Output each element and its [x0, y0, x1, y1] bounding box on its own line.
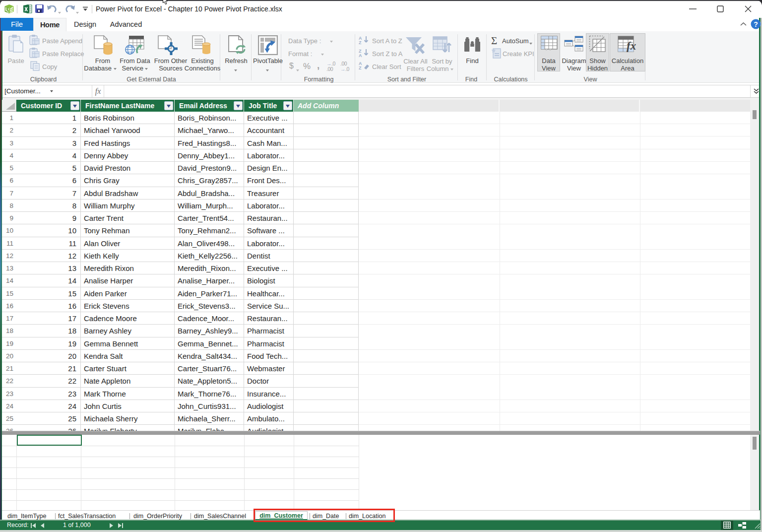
svg-text:?: ?	[754, 20, 758, 28]
svg-text:A: A	[359, 53, 362, 58]
svg-text:fx: fx	[627, 40, 636, 52]
svg-text:Z: Z	[359, 40, 362, 45]
svg-text:Z: Z	[359, 66, 362, 70]
